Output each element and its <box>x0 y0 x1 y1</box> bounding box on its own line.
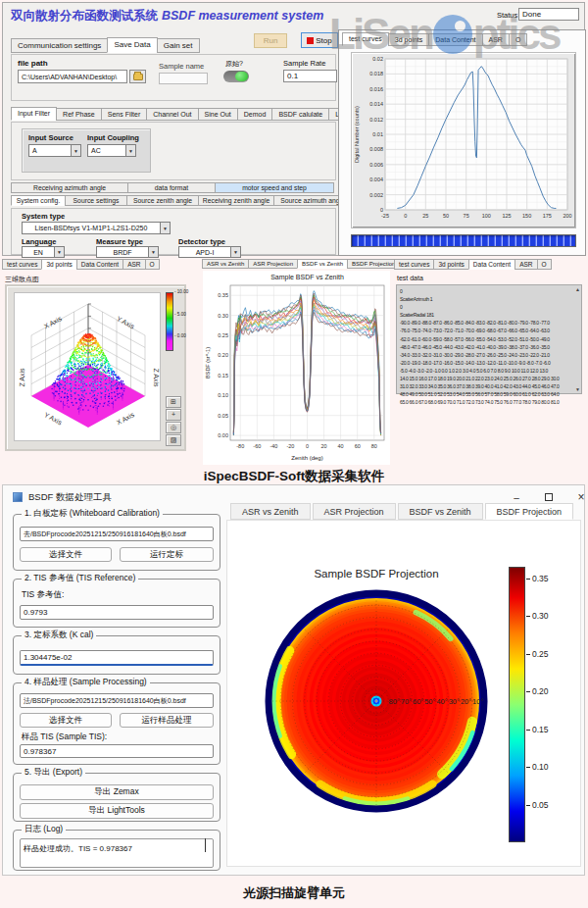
export-zemax-button[interactable]: 导出 Zemax <box>20 784 214 800</box>
tab-o[interactable]: O <box>145 259 160 270</box>
run-button[interactable]: Run <box>254 33 287 48</box>
test-data-block[interactable]: 0 ScatterAzimuth 1 0 ScatterRadial 181 -… <box>396 284 582 394</box>
svg-text:60°: 60° <box>413 697 423 706</box>
sample-path-field[interactable]: 法/BSDFprocode20251215/250916181640白板0.bs… <box>20 693 214 708</box>
tab-bsdf-vs-zenith[interactable]: BSDF vs Zenith <box>297 259 348 269</box>
export-lighttools-button[interactable]: 导出 LightTools <box>20 803 214 819</box>
svg-text:0.00: 0.00 <box>218 432 228 438</box>
tab-bsdf-calulate[interactable]: BSDF calulate <box>271 108 329 121</box>
select-file-button[interactable]: 选择文件 <box>20 547 112 562</box>
tab-sine-out[interactable]: Sine Out <box>198 108 238 121</box>
svg-text:Y Axis: Y Axis <box>116 315 136 329</box>
status-label: Status <box>497 11 517 20</box>
status-field: Done <box>518 8 579 21</box>
sample-name-field[interactable] <box>159 73 208 84</box>
window-title: BSDF 数据处理工具 <box>28 491 112 504</box>
tab-data-content[interactable]: Data Content <box>468 259 515 270</box>
run-calibration-button[interactable]: 运行定标 <box>120 547 214 562</box>
tab-receiving-azimuth-angle[interactable]: Receiving azimuth angle <box>11 182 128 193</box>
zoom-tool-icon[interactable]: ⊞ <box>166 396 181 408</box>
scatter3d-frame: X AxisY AxisZ AxisZ AxisY AxisX Axis - 1… <box>5 284 186 451</box>
tab-asr-vs-zenith[interactable]: ASR vs Zenith <box>202 259 249 269</box>
scroll-down-icon[interactable]: ▼ <box>575 386 580 392</box>
log-textarea[interactable]: 样品处理成功。TIS = 0.978367 <box>20 838 214 868</box>
raw-toggle[interactable] <box>223 71 249 82</box>
svg-text:0.004: 0.004 <box>369 177 383 182</box>
language-dropdown[interactable]: EN▼ <box>22 246 65 258</box>
tab-data-content[interactable]: Data Content <box>428 33 482 46</box>
select-tool-icon[interactable]: ▨ <box>166 434 181 446</box>
input-source-dropdown[interactable]: A▼ <box>28 144 81 157</box>
select-file-button[interactable]: 选择文件 <box>20 713 112 728</box>
input-coupling-label: Input Coupling <box>87 133 139 142</box>
input-coupling-dropdown[interactable]: AC▼ <box>87 144 136 157</box>
tab-3d-points[interactable]: 3d points <box>388 33 429 46</box>
tab-o[interactable]: O <box>537 259 552 270</box>
tab-communication-settings[interactable]: Communication settings <box>11 38 108 53</box>
tab-asr-projection[interactable]: ASR Projection <box>248 259 298 269</box>
tab-asr[interactable]: ASR <box>122 259 145 270</box>
whiteboard-path-field[interactable]: 去/BSDFprocode20251215/250916181640白板0.bs… <box>20 527 214 541</box>
k-cal-field[interactable]: 1.304475e-02 <box>20 650 214 666</box>
tab-test-curves[interactable]: test curves <box>2 259 42 270</box>
proc-tab-bsdf-projection[interactable]: BSDF Projection <box>485 503 574 520</box>
tab-o[interactable]: O <box>509 33 527 46</box>
colorbar-tick-label: 0.20 <box>526 686 549 696</box>
svg-text:10°: 10° <box>472 697 483 706</box>
angle-tab-bar-row1: Receiving azimuth angledata formatmotor … <box>11 182 333 193</box>
tab-test-curves[interactable]: test curves <box>342 32 389 46</box>
svg-text:X Axis: X Axis <box>116 411 136 427</box>
file-path-field[interactable]: C:\Users\ADVANHAN\Desktop\ <box>18 70 127 83</box>
tab-3d-points[interactable]: 3d points <box>41 259 76 270</box>
detector-type-dropdown[interactable]: APD-I▼ <box>178 246 241 258</box>
tab-system-config[interactable]: System config. <box>11 195 66 206</box>
tab-test-curves[interactable]: test curves <box>394 259 434 270</box>
browse-folder-button[interactable] <box>129 70 146 83</box>
tab-asr[interactable]: ASR <box>482 33 510 46</box>
caption-acquisition-software: iSpecBSDF-Soft数据采集软件 <box>0 468 588 485</box>
svg-text:BSDF (sr^-1): BSDF (sr^-1) <box>205 347 211 378</box>
app-title-en: BSDF measurement system <box>162 9 323 23</box>
tab-3d-points[interactable]: 3d points <box>433 259 468 270</box>
colorbar-tick-label: - 0.00 <box>174 333 186 338</box>
crosshair-tool-icon[interactable]: + <box>166 409 181 421</box>
proc-tab-asr-projection[interactable]: ASR Projection <box>313 503 396 520</box>
svg-text:30°: 30° <box>449 697 460 706</box>
tab-source-zenith-angle[interactable]: Source zenith angle <box>126 195 199 206</box>
test-curves-chart-frame: -25025507510012515017520000.0020.0040.00… <box>351 52 576 228</box>
pan-tool-icon[interactable]: ◎ <box>166 422 181 433</box>
tis-reference-label: TIS 参考值: <box>22 589 64 601</box>
proc-tab-asr-vs-zenith[interactable]: ASR vs Zenith <box>230 503 311 520</box>
tab-channel-out[interactable]: Channel Out <box>146 108 198 121</box>
svg-text:40: 40 <box>338 443 344 449</box>
proc-tab-bsdf-vs-zenith[interactable]: BSDF vs Zenith <box>398 503 483 520</box>
sample-tis-field[interactable]: 0.978367 <box>20 744 214 758</box>
tab-gain-set[interactable]: Gain set <box>157 38 200 53</box>
raw-toggle-label: 原始? <box>225 59 243 69</box>
tab-ref-phase[interactable]: Ref Phase <box>56 108 102 121</box>
detector-type-label: Detector type <box>178 237 225 246</box>
tab-data-format[interactable]: data format <box>127 182 216 193</box>
tab-asr[interactable]: ASR <box>514 259 537 270</box>
scroll-up-icon[interactable]: ▲ <box>575 286 580 292</box>
measure-type-dropdown[interactable]: BRDF▼ <box>96 246 159 258</box>
sample-rate-field[interactable]: 0.1 <box>283 70 337 82</box>
svg-text:50°: 50° <box>424 697 435 706</box>
tab-receiving-zenith-angle[interactable]: Receiving zenith angle <box>198 195 274 206</box>
tab-motor-speed-and-step[interactable]: motor speed and step <box>215 182 334 193</box>
tab-sens-filter[interactable]: Sens Filter <box>101 108 147 121</box>
svg-text:Sample BSDF vs Zenith: Sample BSDF vs Zenith <box>270 274 344 281</box>
run-sample-processing-button[interactable]: 运行样品处理 <box>120 713 214 728</box>
svg-text:Zenith (deg): Zenith (deg) <box>291 455 322 461</box>
tab-save-data[interactable]: Save Data <box>107 37 157 53</box>
svg-text:X Axis: X Axis <box>43 315 64 330</box>
mid-center-tab-bar: ASR vs ZenithASR ProjectionBSDF vs Zenit… <box>202 259 399 269</box>
tab-source-settings[interactable]: Source settings <box>65 195 127 206</box>
svg-text:Y Axis: Y Axis <box>43 411 64 426</box>
tab-input-filter[interactable]: Input Filter <box>11 107 57 121</box>
stop-button[interactable]: Stop <box>301 32 338 48</box>
tab-data-content[interactable]: Data Content <box>76 259 123 270</box>
system-type-dropdown[interactable]: Lisen-BSDfsys V1-M1P1-L2S1-D250▼ <box>22 222 171 234</box>
tis-reference-field[interactable]: 0.9793 <box>20 605 214 620</box>
tab-demod[interactable]: Demod <box>237 108 273 121</box>
